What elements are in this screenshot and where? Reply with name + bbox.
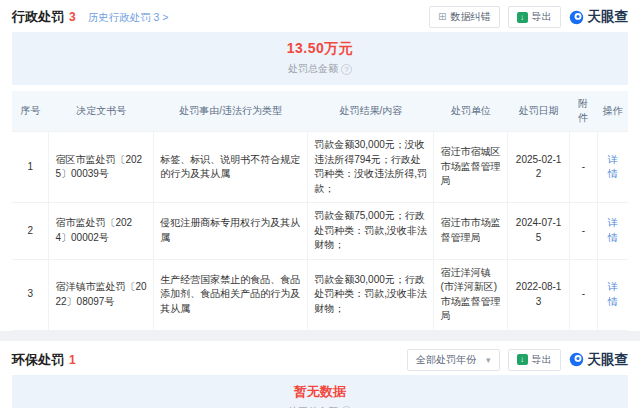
column-header: 操作 (597, 91, 628, 132)
column-header: 处罚单位 (434, 91, 508, 132)
column-header: 处罚日期 (508, 91, 570, 132)
data-correction-label: 数据纠错 (451, 10, 491, 24)
chevron-down-icon: ▾ (486, 355, 491, 365)
cell-doc-number: 宿区市监处罚〔2025〕00039号 (49, 132, 154, 203)
export-label: 导出 (532, 353, 552, 367)
cell-doc-number: 宿洋镇市监处罚〔2022〕08097号 (49, 259, 154, 330)
data-correction-icon: ⊞ (438, 12, 446, 22)
admin-section-title: 行政处罚 (12, 8, 64, 26)
tianyancha-logo-icon (569, 10, 584, 25)
tianyancha-logo: 天眼查 (569, 8, 629, 26)
cell-attachment: - (569, 132, 597, 203)
cell-result: 罚款金额30,000元；没收违法所得794元；行政处罚种类：没收违法所得,罚款； (308, 132, 434, 203)
detail-link[interactable]: 详情 (608, 154, 618, 180)
cell-date: 2024-07-15 (508, 203, 570, 260)
cell-result: 罚款金额75,000元；行政处罚种类：罚款,没收非法财物； (308, 203, 434, 260)
cell-reason: 标签、标识、说明书不符合规定的行为及其从属 (154, 132, 308, 203)
table-row: 3 宿洋镇市监处罚〔2022〕08097号 生产经营国家禁止的食品、食品添加剂、… (12, 259, 628, 330)
env-section-title: 环保处罚 (12, 351, 64, 369)
data-correction-button[interactable]: ⊞ 数据纠错 (429, 6, 499, 28)
export-button-admin[interactable]: ↓ 导出 (508, 6, 561, 28)
cell-unit: 宿迁市宿城区市场监督管理局 (434, 132, 508, 203)
history-admin-penalty-link[interactable]: 历史行政处罚 3 > (88, 11, 169, 25)
export-icon: ↓ (517, 354, 528, 365)
cell-doc-number: 宿市监处罚〔2024〕00002号 (49, 203, 154, 260)
admin-section-header: 行政处罚 3 历史行政处罚 3 > ⊞ 数据纠错 ↓ 导出 (12, 6, 628, 28)
column-header: 处罚结果/内容 (308, 91, 434, 132)
cell-unit: 宿迁洋河镇(市洋河新区)市场监督管理局 (434, 259, 508, 330)
penalty-total-amount: 13.50万元 (12, 40, 628, 58)
admin-penalty-count: 3 (69, 10, 76, 24)
column-header: 决定文书号 (49, 91, 154, 132)
no-data-text: 暂无数据 (12, 383, 628, 401)
column-header: 附件 (569, 91, 597, 132)
cell-reason: 侵犯注册商标专用权行为及其从属 (154, 203, 308, 260)
detail-link[interactable]: 详情 (608, 217, 618, 243)
admin-penalty-section: 行政处罚 3 历史行政处罚 3 > ⊞ 数据纠错 ↓ 导出 (0, 0, 640, 331)
penalty-year-filter[interactable]: 全部处罚年份 ▾ (407, 349, 500, 371)
help-icon[interactable]: ? (341, 64, 352, 75)
cell-no: 1 (12, 132, 49, 203)
export-label: 导出 (532, 10, 552, 24)
cell-unit: 宿迁市市场监督管理局 (434, 203, 508, 260)
env-section-header: 环保处罚 1 全部处罚年份 ▾ ↓ 导出 天眼查 (12, 349, 628, 371)
table-row: 2 宿市监处罚〔2024〕00002号 侵犯注册商标专用权行为及其从属 罚款金额… (12, 203, 628, 260)
tianyancha-logo-text: 天眼查 (588, 351, 629, 369)
admin-table-header-row: 序号 决定文书号 处罚事由/违法行为类型 处罚结果/内容 处罚单位 处罚日期 附… (12, 91, 628, 132)
cell-attachment: - (569, 203, 597, 260)
admin-penalty-table: 序号 决定文书号 处罚事由/违法行为类型 处罚结果/内容 处罚单位 处罚日期 附… (12, 91, 628, 331)
env-penalty-section: 环保处罚 1 全部处罚年份 ▾ ↓ 导出 天眼查 (0, 341, 640, 408)
admin-penalty-summary: 13.50万元 处罚总金额 ? (12, 32, 628, 85)
cell-no: 2 (12, 203, 49, 260)
export-button-env[interactable]: ↓ 导出 (508, 349, 561, 371)
env-penalty-summary: 暂无数据 处罚总金额 ? (12, 375, 628, 408)
detail-link[interactable]: 详情 (608, 281, 618, 307)
penalty-total-label: 处罚总金额 ? (12, 62, 628, 76)
tianyancha-logo: 天眼查 (569, 351, 629, 369)
cell-reason: 生产经营国家禁止的食品、食品添加剂、食品相关产品的行为及其从属 (154, 259, 308, 330)
tianyancha-logo-text: 天眼查 (588, 8, 629, 26)
cell-result: 罚款金额30,000元；行政处罚种类：罚款,没收非法财物； (308, 259, 434, 330)
env-penalty-count: 1 (69, 353, 76, 367)
penalty-total-label: 处罚总金额 ? (12, 405, 628, 408)
cell-no: 3 (12, 259, 49, 330)
cell-attachment: - (569, 259, 597, 330)
penalty-year-filter-label: 全部处罚年份 (416, 353, 476, 367)
column-header: 处罚事由/违法行为类型 (154, 91, 308, 132)
cell-date: 2022-08-13 (508, 259, 570, 330)
export-icon: ↓ (517, 12, 528, 23)
table-row: 1 宿区市监处罚〔2025〕00039号 标签、标识、说明书不符合规定的行为及其… (12, 132, 628, 203)
column-header: 序号 (12, 91, 49, 132)
tianyancha-logo-icon (569, 352, 584, 367)
cell-date: 2025-02-12 (508, 132, 570, 203)
